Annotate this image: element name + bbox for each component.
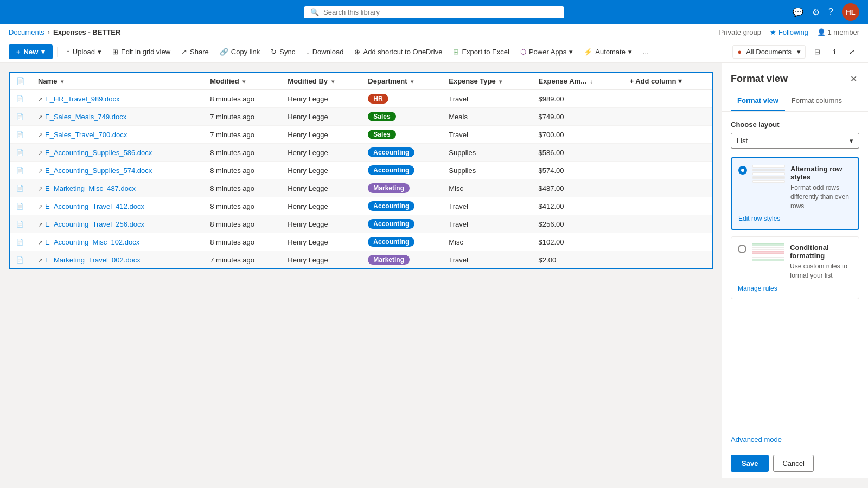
edit-grid-button[interactable]: ⊞ Edit in grid view [108, 45, 175, 59]
row-name[interactable]: ↗E_Accounting_Travel_412.docx [31, 197, 203, 215]
table-row[interactable]: 📄 ↗E_Accounting_Misc_102.docx 8 minutes … [9, 233, 712, 251]
view-selector[interactable]: ● All Documents ▾ [732, 45, 806, 59]
row-amount: $102.00 [532, 233, 623, 251]
search-input[interactable] [323, 8, 558, 16]
shortcut-button[interactable]: ⊕ Add shortcut to OneDrive [350, 45, 446, 59]
row-file-icon: 📄 [9, 126, 31, 144]
tab-format-view[interactable]: Format view [731, 91, 785, 111]
share-button[interactable]: ↗ Share [177, 45, 213, 59]
following-label[interactable]: ★ Following [770, 28, 808, 36]
row-amount: $989.00 [532, 90, 623, 108]
sync-button[interactable]: ↻ Sync [266, 45, 299, 59]
top-bar-right: 💬 ⚙ ? HL [793, 3, 859, 21]
row-dept: Accounting [361, 215, 442, 233]
search-box[interactable]: 🔍 [304, 6, 564, 18]
manage-rules-link[interactable]: Manage rules [738, 285, 852, 292]
filter-icon: ⊟ [814, 48, 820, 56]
sort-icon-modified: ▾ [242, 79, 245, 85]
preview-row-plain-2 [752, 255, 784, 258]
settings-icon[interactable]: ⚙ [812, 7, 820, 17]
layout-option-alternating[interactable]: Alternating row styles Format odd rows d… [731, 157, 859, 230]
col-header-department[interactable]: Department ▾ [361, 72, 442, 90]
sort-icon-type: ▾ [499, 79, 502, 85]
row-name[interactable]: ↗E_Marketing_Misc_487.docx [31, 179, 203, 197]
layout-name-alt: Alternating row styles [790, 165, 852, 181]
row-name[interactable]: ↗E_Accounting_Misc_102.docx [31, 233, 203, 251]
row-name[interactable]: ↗E_Accounting_Travel_256.docx [31, 215, 203, 233]
table-row[interactable]: 📄 ↗E_Marketing_Misc_487.docx 8 minutes a… [9, 179, 712, 197]
row-name[interactable]: ↗E_Marketing_Travel_002.docx [31, 251, 203, 269]
close-panel-button[interactable]: ✕ [848, 72, 859, 86]
col-header-amount[interactable]: Expense Am... ↓ [532, 72, 623, 90]
table-row[interactable]: 📄 ↗E_Accounting_Travel_412.docx 8 minute… [9, 197, 712, 215]
radio-alternating[interactable] [738, 166, 747, 175]
format-panel: Format view ✕ Format view Format columns… [722, 63, 868, 478]
panel-body: Choose layout List ▾ [722, 112, 868, 431]
copy-link-button[interactable]: 🔗 Copy link [215, 45, 264, 59]
info-icon: ℹ [833, 48, 836, 56]
chevron-down-icon-layout: ▾ [850, 137, 853, 145]
col-header-expense-type[interactable]: Expense Type ▾ [442, 72, 532, 90]
preview-row-odd-2 [752, 172, 785, 175]
filter-button[interactable]: ⊟ [810, 45, 825, 59]
info-button[interactable]: ℹ [829, 45, 840, 59]
breadcrumb-root[interactable]: Documents [9, 28, 44, 36]
table-row[interactable]: 📄 ↗E_Accounting_Supplies_586.docx 8 minu… [9, 144, 712, 162]
cancel-button[interactable]: Cancel [773, 455, 813, 472]
more-button[interactable]: ... [639, 45, 653, 59]
layout-name-cond: Conditional formatting [790, 243, 852, 260]
col-header-name[interactable]: Name ▾ [31, 72, 203, 90]
row-add-col [623, 215, 713, 233]
sort-icon-name: ▾ [61, 79, 63, 85]
row-file-icon: 📄 [9, 251, 31, 269]
upload-button[interactable]: ↑ Upload ▾ [62, 45, 106, 59]
help-icon[interactable]: ? [828, 7, 833, 17]
automate-button[interactable]: ⚡ Automate ▾ [579, 45, 636, 59]
new-button[interactable]: + New ▾ [9, 44, 53, 59]
row-name[interactable]: ↗E_Accounting_Supplies_574.docx [31, 162, 203, 179]
row-file-icon: 📄 [9, 90, 31, 108]
layout-dropdown[interactable]: List ▾ [731, 133, 859, 149]
row-dept: Marketing [361, 179, 442, 197]
power-apps-button[interactable]: ⬡ Power Apps ▾ [516, 45, 577, 59]
row-type: Travel [442, 215, 532, 233]
row-name[interactable]: ↗E_Sales_Meals_749.docx [31, 108, 203, 126]
col-header-modified-by[interactable]: Modified By ▾ [281, 72, 361, 90]
table-row[interactable]: 📄 ↗E_Accounting_Travel_256.docx 8 minute… [9, 215, 712, 233]
chat-icon[interactable]: 💬 [793, 7, 803, 17]
edit-row-styles-link[interactable]: Edit row styles [738, 215, 852, 222]
table-row[interactable]: 📄 ↗E_Sales_Travel_700.docx 7 minutes ago… [9, 126, 712, 144]
export-button[interactable]: ⊞ Export to Excel [449, 45, 513, 59]
table-row[interactable]: 📄 ↗E_Sales_Meals_749.docx 7 minutes ago … [9, 108, 712, 126]
grid-icon: ⊞ [112, 48, 118, 56]
avatar[interactable]: HL [842, 3, 859, 21]
row-modified-by: Henry Legge [281, 197, 361, 215]
row-file-icon: 📄 [9, 197, 31, 215]
radio-conditional[interactable] [738, 245, 746, 253]
row-dept: Sales [361, 126, 442, 144]
col-header-add[interactable]: + Add column ▾ [623, 72, 713, 90]
table-header-row: 📄 Name ▾ Modified ▾ Modified By ▾ [9, 72, 712, 90]
col-header-modified[interactable]: Modified ▾ [203, 72, 281, 90]
row-name[interactable]: ↗E_Accounting_Supplies_586.docx [31, 144, 203, 162]
advanced-mode-link[interactable]: Advanced mode [722, 431, 868, 448]
row-amount: $749.00 [532, 108, 623, 126]
row-name[interactable]: ↗E_Sales_Travel_700.docx [31, 126, 203, 144]
preview-row-odd-3 [752, 180, 785, 183]
download-button[interactable]: ↓ Download [302, 45, 348, 59]
table-row[interactable]: 📄 ↗E_HR_Travel_989.docx 8 minutes ago He… [9, 90, 712, 108]
breadcrumb: Documents › Expenses - BETTER [9, 28, 120, 36]
row-add-col [623, 179, 713, 197]
panel-tabs: Format view Format columns [722, 91, 868, 112]
table-row[interactable]: 📄 ↗E_Accounting_Supplies_574.docx 8 minu… [9, 162, 712, 179]
layout-option-header-cond: Conditional formatting Use custom rules … [738, 243, 852, 280]
save-button[interactable]: Save [731, 455, 769, 472]
row-name[interactable]: ↗E_HR_Travel_989.docx [31, 90, 203, 108]
layout-option-conditional[interactable]: Conditional formatting Use custom rules … [731, 236, 859, 299]
download-icon: ↓ [306, 48, 310, 56]
tab-format-columns[interactable]: Format columns [785, 91, 848, 111]
star-icon: ★ [770, 28, 776, 36]
table-row[interactable]: 📄 ↗E_Marketing_Travel_002.docx 7 minutes… [9, 251, 712, 269]
row-type: Misc [442, 233, 532, 251]
fullscreen-button[interactable]: ⤢ [845, 45, 859, 59]
